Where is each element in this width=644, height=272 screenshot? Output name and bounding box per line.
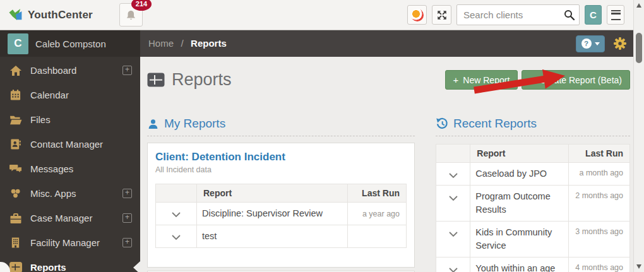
sidebar-item-misc-apps[interactable]: Misc. Apps	[0, 181, 140, 206]
hamburger-icon	[611, 10, 621, 20]
report-last-run: 3 months ago	[569, 222, 630, 257]
table-row: Program Outcome Results 2 months ago	[436, 186, 630, 222]
sidebar-item-contact-manager[interactable]: Contact Manager	[0, 132, 140, 157]
topbar-actions: C	[407, 4, 624, 25]
chevron-down-icon	[172, 212, 181, 217]
report-name[interactable]: Kids in Community Service	[470, 222, 569, 257]
my-reports-table: Report Last Run Discipline: Supervisor R…	[155, 184, 407, 248]
breadcrumb-bar: Home / Reports ?	[140, 30, 633, 57]
chevron-down-icon	[449, 173, 458, 178]
expand-button[interactable]	[432, 5, 451, 25]
report-name[interactable]: Discipline: Supervisor Review	[197, 203, 348, 225]
my-reports-section: My Reports Client: Detention Incident Al…	[147, 117, 415, 272]
report-name[interactable]: test	[197, 225, 348, 248]
sidebar-item-calendar[interactable]: Calendar	[0, 83, 140, 107]
report-card: Client: Detention Incident All Incident …	[147, 143, 415, 268]
table-row: Youth within an age bracket 4 months ago	[436, 257, 630, 272]
report-last-run: 2 months ago	[569, 186, 630, 222]
person-icon	[147, 118, 159, 130]
table-row: Kids in Community Service 3 months ago	[436, 222, 630, 257]
breadcrumb-actions: ?	[576, 35, 627, 52]
comments-icon	[9, 163, 22, 175]
table-header-row: Report Last Run	[156, 184, 407, 203]
sidebar: C Caleb Compston Dashboard	[0, 30, 140, 272]
sidebar-item-reports[interactable]: Reports	[0, 255, 140, 272]
menu-button[interactable]	[607, 5, 624, 25]
table-row: Discipline: Supervisor Review a year ago	[156, 203, 407, 225]
breadcrumb: Home / Reports	[148, 38, 227, 49]
sidebar-item-facility-manager[interactable]: Facility Manager	[0, 230, 140, 255]
report-card-title[interactable]: Client: Detention Incident	[155, 151, 407, 163]
calendar-icon	[9, 89, 22, 101]
row-expand-chevron[interactable]	[436, 163, 470, 186]
recent-reports-section: Recent Reports Report Last Run Case	[436, 117, 630, 272]
report-last-run: a year ago	[348, 203, 407, 225]
create-report-beta-button[interactable]: + Create Report (Beta)	[522, 70, 630, 90]
sidebar-nav: Dashboard Calendar	[0, 57, 140, 272]
report-card-subtitle: All Incident data	[155, 165, 407, 174]
sidebar-user[interactable]: C Caleb Compston	[0, 30, 140, 57]
recent-reports-table: Report Last Run Caseload by JPO a month …	[436, 144, 630, 272]
scroll-up-arrow[interactable]	[636, 3, 641, 8]
sidebar-item-files[interactable]: Files	[0, 107, 140, 132]
notifications-button[interactable]: 214	[119, 3, 143, 27]
search-input[interactable]	[456, 4, 580, 25]
speed-dial-button[interactable]	[407, 5, 427, 25]
user-avatar: C	[8, 33, 28, 54]
brand[interactable]: YouthCenter	[8, 8, 93, 21]
brand-name: YouthCenter	[28, 9, 93, 21]
row-expand-chevron[interactable]	[156, 203, 197, 225]
scrollbar[interactable]	[633, 0, 644, 272]
column-last-run: Last Run	[348, 184, 407, 203]
expand-plus-icon[interactable]	[122, 189, 132, 198]
new-report-button[interactable]: + New Report	[445, 70, 518, 90]
table-header-row: Report Last Run	[436, 145, 630, 163]
question-icon: ?	[581, 38, 592, 49]
chevron-down-icon	[172, 235, 181, 240]
help-button[interactable]: ?	[576, 35, 605, 52]
report-last-run: a month ago	[569, 163, 630, 186]
my-reports-title: My Reports	[164, 117, 225, 131]
chevron-down-icon	[449, 196, 458, 201]
recent-reports-header: Recent Reports	[436, 117, 630, 136]
column-report: Report	[470, 145, 569, 163]
expand-plus-icon[interactable]	[122, 213, 132, 223]
scrollbar-thumb[interactable]	[636, 33, 642, 63]
row-expand-chevron[interactable]	[436, 257, 470, 272]
report-last-run	[348, 225, 407, 248]
report-name[interactable]: Caseload by JPO	[470, 163, 569, 186]
table-row: test	[156, 225, 407, 248]
user-name: Caleb Compston	[35, 38, 106, 49]
row-expand-chevron[interactable]	[156, 225, 197, 248]
sidebar-item-case-manager[interactable]: Case Manager	[0, 206, 140, 230]
scroll-down-arrow[interactable]	[636, 264, 641, 269]
address-book-icon	[9, 138, 22, 150]
report-last-run: 4 months ago	[569, 257, 630, 272]
report-name[interactable]: Youth within an age bracket	[470, 257, 569, 272]
briefcase-icon	[9, 213, 22, 224]
chevron-down-icon	[449, 268, 458, 272]
youthcenter-logo-icon	[8, 8, 23, 21]
chevron-down-icon	[449, 232, 458, 237]
page-actions: + New Report + Create Report (Beta)	[445, 70, 630, 90]
row-expand-chevron[interactable]	[436, 186, 470, 222]
table-icon	[9, 262, 22, 272]
chevron-down-icon	[595, 42, 600, 45]
topbar: YouthCenter 214	[0, 0, 633, 30]
sidebar-item-messages[interactable]: Messages	[0, 157, 140, 181]
column-report: Report	[197, 184, 348, 203]
expand-plus-icon[interactable]	[122, 238, 132, 247]
home-icon	[9, 64, 22, 76]
settings-gear-icon[interactable]	[613, 37, 627, 50]
table-row: Caseload by JPO a month ago	[436, 163, 630, 186]
sidebar-item-dashboard[interactable]: Dashboard	[0, 58, 140, 83]
breadcrumb-current: Reports	[191, 38, 227, 49]
my-reports-header: My Reports	[147, 117, 415, 136]
report-name[interactable]: Program Outcome Results	[470, 186, 569, 222]
column-last-run: Last Run	[569, 145, 630, 163]
user-avatar-button[interactable]: C	[585, 5, 602, 25]
row-expand-chevron[interactable]	[436, 222, 470, 257]
breadcrumb-home[interactable]: Home	[148, 38, 174, 49]
history-icon	[436, 117, 448, 130]
expand-plus-icon[interactable]	[122, 66, 132, 75]
